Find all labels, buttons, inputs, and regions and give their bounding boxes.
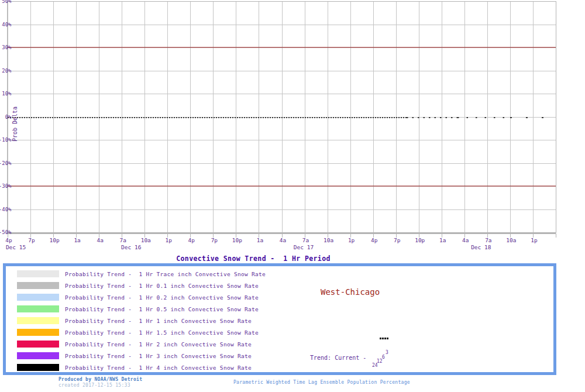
y-tick-label: 30% <box>2 44 12 50</box>
x-date-label: Dec 15 <box>6 244 26 250</box>
x-tick-label: 4a <box>462 237 469 243</box>
x-tick-label: 1p <box>166 237 173 243</box>
legend-label: Probability Trend - 1 Hr 0.2 inch Convec… <box>65 294 259 301</box>
v-gridlines <box>8 1 534 232</box>
legend-swatch <box>17 305 59 312</box>
y-tick-label: 0% <box>5 114 12 120</box>
h-gridlines <box>7 2 556 233</box>
legend-row: Probability Trend - 1 Hr 1.5 inch Convec… <box>17 326 266 338</box>
legend-swatch <box>17 329 59 336</box>
legend-label: Probability Trend - 1 Hr 1.5 inch Convec… <box>65 329 259 336</box>
x-date-labels: Dec 15Dec 16Dec 17Dec 18 <box>6 244 491 250</box>
legend-swatch <box>17 341 59 348</box>
footer-method-note: Parametric Weighted Time Lag Ensemble Po… <box>233 380 410 385</box>
legend-swatch <box>17 270 59 277</box>
x-tick-label: 10a <box>141 237 151 243</box>
chart-title: Convective Snow Trend - 1 Hr Period <box>176 255 331 263</box>
y-tick-label: -40% <box>0 207 12 212</box>
x-tick-label: 1p <box>531 237 538 243</box>
x-date-label: Dec 16 <box>121 244 142 250</box>
x-tick-labels: 4p7p10p1a4a7a10a1p4p7p10p1a4a7a10a1p4p7p… <box>5 237 538 243</box>
x-tick-label: 10p <box>415 237 425 243</box>
legend-label: Probability Trend - 1 Hr 0.1 inch Convec… <box>65 283 259 289</box>
x-tick-label: 7p <box>28 237 35 243</box>
x-tick-label: 4a <box>97 237 103 243</box>
legend-row: Probability Trend - 1 Hr Trace inch Conv… <box>17 268 266 280</box>
x-tick-label: 1a <box>439 237 446 243</box>
x-tick-label: 1a <box>257 237 263 243</box>
legend-row: Probability Trend - 1 Hr 4 inch Convecti… <box>17 362 266 373</box>
legend-box: Probability Trend - 1 Hr Trace inch Conv… <box>3 263 556 375</box>
y-tick-label: 20% <box>2 68 12 74</box>
x-tick-label: 4p <box>371 237 378 243</box>
legend-row: Probability Trend - 1 Hr 1 inch Convecti… <box>17 315 266 326</box>
trend-hour-3: 3 <box>386 350 388 355</box>
y-tick-label: 40% <box>2 22 12 27</box>
x-tick-label: 7p <box>211 237 218 243</box>
trend-current-label: Trend: Current - <box>310 355 366 361</box>
dot <box>382 338 384 339</box>
x-tick-label: 10p <box>49 237 59 243</box>
y-tick-label: 50% <box>2 0 12 4</box>
prob-delta-trend-plot: 50%40%30%20%10%0%-10%-20%-30%-40%-50%Pro… <box>0 0 585 253</box>
dot <box>380 338 381 339</box>
dot <box>387 338 388 339</box>
legend-swatch <box>17 317 59 324</box>
legend-swatch <box>17 352 59 359</box>
convective-snow-trend-page: 50%40%30%20%10%0%-10%-20%-30%-40%-50%Pro… <box>0 0 585 392</box>
legend-row: Probability Trend - 1 Hr 0.2 inch Convec… <box>17 291 266 303</box>
y-tick-label: -20% <box>0 160 12 166</box>
y-tick-labels: 50%40%30%20%10%0%-10%-20%-30%-40%-50% <box>0 0 12 235</box>
y-tick-label: -50% <box>0 229 12 235</box>
legend-row: Probability Trend - 1 Hr 0.5 inch Convec… <box>17 303 266 315</box>
legend-row: Probability Trend - 1 Hr 0.1 inch Convec… <box>17 280 266 291</box>
x-tick-label: 1p <box>348 237 355 243</box>
legend-label: Probability Trend - 1 Hr Trace inch Conv… <box>65 271 266 277</box>
legend-swatch <box>17 282 59 289</box>
legend-rows: Probability Trend - 1 Hr Trace inch Conv… <box>17 268 266 373</box>
legend-label: Probability Trend - 1 Hr 3 inch Convecti… <box>65 353 252 359</box>
x-date-label: Dec 17 <box>294 244 314 250</box>
trend-hour-24: 24 <box>372 363 378 368</box>
legend-label: Probability Trend - 1 Hr 1 inch Convecti… <box>65 318 252 324</box>
y-tick-label: 10% <box>2 91 12 97</box>
x-tick-label: 4p <box>188 237 195 243</box>
legend-label: Probability Trend - 1 Hr 2 inch Convecti… <box>65 341 252 348</box>
footer-produced-by: Produced by NOAA/NWS Detroit <box>58 377 142 382</box>
x-tick-label: 7a <box>119 237 126 243</box>
x-tick-label: 7a <box>485 237 491 243</box>
legend-label: Probability Trend - 1 Hr 4 inch Convecti… <box>65 365 252 371</box>
x-tick-label: 10a <box>324 237 333 243</box>
footer-created-timestamp: created 2017-12-15 15:33 <box>58 383 130 388</box>
x-tick-label: 1a <box>74 237 80 243</box>
y-axis-title: Prob Delta <box>12 106 18 142</box>
legend-swatch <box>17 364 59 371</box>
x-tick-label: 4p <box>5 237 12 243</box>
x-tick-label: 10a <box>506 237 516 243</box>
y-tick-label: -10% <box>0 137 12 143</box>
current-trend-dotted-marker <box>380 338 388 339</box>
x-tick-label: 4a <box>280 237 286 243</box>
x-date-label: Dec 18 <box>471 244 491 250</box>
x-tick-label: 10p <box>232 237 242 243</box>
legend-row: Probability Trend - 1 Hr 3 inch Convecti… <box>17 350 266 362</box>
dot <box>384 338 386 339</box>
legend-row: Probability Trend - 1 Hr 2 inch Convecti… <box>17 338 266 350</box>
y-tick-label: -30% <box>0 183 12 189</box>
x-tick-label: 7p <box>394 237 401 243</box>
legend-label: Probability Trend - 1 Hr 0.5 inch Convec… <box>65 306 259 312</box>
location-label: West-Chicago <box>321 287 380 297</box>
legend-swatch <box>17 294 59 301</box>
x-tick-label: 7a <box>302 237 309 243</box>
